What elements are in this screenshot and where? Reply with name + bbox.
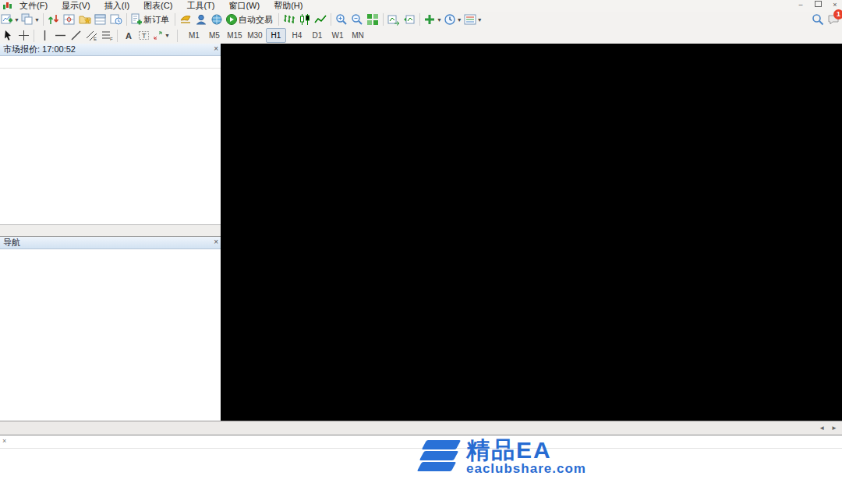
autotrading-button[interactable]: 自动交易 bbox=[225, 12, 275, 26]
strategy-tester-button[interactable] bbox=[109, 12, 123, 26]
menu-item-4[interactable]: 工具(T) bbox=[179, 1, 221, 10]
zoom-out-icon bbox=[351, 13, 363, 26]
minimize-button[interactable]: – bbox=[795, 1, 806, 9]
text-label-tool-button[interactable]: T bbox=[136, 29, 150, 43]
chevron-down-icon[interactable]: ▼ bbox=[477, 17, 483, 23]
timeframe-m5[interactable]: M5 bbox=[205, 29, 224, 42]
text-tool-button[interactable]: A bbox=[121, 29, 135, 43]
timeframe-m1[interactable]: M1 bbox=[185, 29, 203, 42]
zoom-in-button[interactable] bbox=[334, 12, 348, 26]
arrows-icon bbox=[152, 30, 164, 41]
periods-icon bbox=[444, 13, 456, 26]
indicators-icon bbox=[423, 13, 436, 26]
chevron-down-icon[interactable]: ▼ bbox=[437, 17, 442, 23]
arrows-tool-button[interactable]: ▼ bbox=[152, 29, 170, 43]
timeframe-w1[interactable]: W1 bbox=[328, 29, 347, 42]
chart-shift-button[interactable] bbox=[402, 12, 416, 26]
autotrading-label: 自动交易 bbox=[238, 14, 275, 26]
toolbar-separator bbox=[278, 13, 279, 26]
chart-shift-icon bbox=[403, 13, 416, 26]
chart-line-button[interactable] bbox=[313, 12, 327, 26]
tab-scroll-left-icon[interactable]: ◄ bbox=[815, 425, 828, 432]
hline-tool-button[interactable] bbox=[53, 29, 67, 43]
toolbar-standard: ▼▼新订单自动交易▼▼▼ bbox=[0, 12, 842, 28]
terminal-toggle-icon bbox=[94, 13, 107, 26]
toolbar-separator bbox=[419, 13, 420, 26]
timeframe-d1[interactable]: D1 bbox=[308, 29, 327, 42]
trendline-icon bbox=[70, 30, 82, 41]
mql5-button[interactable] bbox=[210, 12, 224, 26]
timeframe-m30[interactable]: M30 bbox=[246, 29, 264, 42]
metaeditor-icon bbox=[179, 13, 192, 26]
text-label-icon: T bbox=[138, 30, 150, 41]
chart-line-icon bbox=[314, 13, 327, 26]
tab-scroll-right-icon[interactable]: ► bbox=[828, 425, 840, 432]
cursor-tool-button[interactable] bbox=[1, 29, 15, 43]
mql5-icon bbox=[210, 13, 223, 26]
toolbar-separator bbox=[383, 13, 384, 26]
menu-item-5[interactable]: 窗口(W) bbox=[221, 1, 267, 10]
notification-badge: 1 bbox=[833, 9, 842, 19]
fibonacci-tool-button[interactable]: F bbox=[100, 29, 114, 43]
trendline-tool-button[interactable] bbox=[69, 29, 83, 43]
profiles-button[interactable]: ▼ bbox=[21, 12, 40, 26]
chevron-down-icon[interactable]: ▼ bbox=[457, 17, 462, 23]
chart-window[interactable] bbox=[221, 44, 842, 421]
market-watch-close-icon[interactable]: × bbox=[214, 44, 218, 54]
navigator-title: 导航 bbox=[0, 237, 221, 249]
search-icon bbox=[812, 13, 824, 26]
menu-item-3[interactable]: 图表(C) bbox=[136, 1, 179, 10]
chart-candles-icon bbox=[299, 13, 311, 26]
auto-scroll-button[interactable] bbox=[387, 12, 401, 26]
terminal-panel: × bbox=[0, 435, 842, 504]
timeframe-mn[interactable]: MN bbox=[348, 29, 367, 42]
chart-bars-button[interactable] bbox=[282, 12, 296, 26]
chart-candles-button[interactable] bbox=[298, 12, 312, 26]
indicators-button[interactable]: ▼ bbox=[423, 12, 442, 26]
community-button[interactable] bbox=[194, 12, 208, 26]
terminal-toggle-button[interactable] bbox=[94, 12, 108, 26]
window-controls: –× bbox=[795, 1, 840, 9]
strategy-tester-icon bbox=[110, 13, 122, 26]
market-watch-toggle-button[interactable] bbox=[47, 12, 61, 26]
zoom-out-button[interactable] bbox=[350, 12, 364, 26]
menu-item-1[interactable]: 显示(V) bbox=[55, 1, 97, 10]
navigator-panel: 导航 × bbox=[0, 236, 221, 421]
menu-item-0[interactable]: 文件(F) bbox=[12, 1, 55, 10]
data-window-button[interactable] bbox=[62, 12, 76, 26]
menu-bar: 文件(F)显示(V)插入(I)图表(C)工具(T)窗口(W)帮助(H) –× bbox=[0, 0, 842, 12]
periods-button[interactable]: ▼ bbox=[444, 12, 462, 26]
close-button[interactable]: × bbox=[830, 1, 840, 9]
timeframe-m15[interactable]: M15 bbox=[225, 29, 244, 42]
templates-button[interactable]: ▼ bbox=[464, 12, 483, 26]
hline-icon bbox=[55, 30, 66, 41]
channel-tool-button[interactable]: E bbox=[84, 29, 98, 43]
toolbar-separator bbox=[34, 30, 34, 42]
restore-button[interactable] bbox=[812, 1, 823, 9]
tile-windows-button[interactable] bbox=[366, 12, 380, 26]
new-chart-button[interactable]: ▼ bbox=[1, 12, 19, 26]
chevron-down-icon[interactable]: ▼ bbox=[14, 17, 19, 23]
vline-tool-button[interactable] bbox=[37, 29, 51, 43]
toolbar-drawing-timeframes: EFAT▼M1M5M15M30H1H4D1W1MN bbox=[0, 27, 842, 44]
market-watch-toggle-icon bbox=[48, 13, 60, 26]
chevron-down-icon[interactable]: ▼ bbox=[34, 17, 40, 23]
data-window-icon bbox=[63, 13, 76, 26]
menu-item-2[interactable]: 插入(I) bbox=[97, 1, 136, 10]
svg-text:E: E bbox=[94, 37, 97, 41]
timeframe-h1[interactable]: H1 bbox=[266, 28, 286, 43]
navigator-close-icon[interactable]: × bbox=[214, 238, 218, 247]
search-button[interactable] bbox=[811, 12, 825, 26]
navigator-toggle-button[interactable] bbox=[78, 12, 92, 26]
metaeditor-button[interactable] bbox=[179, 12, 193, 26]
crosshair-tool-button[interactable] bbox=[16, 29, 30, 43]
vline-icon bbox=[39, 30, 51, 41]
new-order-button[interactable]: 新订单 bbox=[130, 12, 172, 26]
timeframe-h4[interactable]: H4 bbox=[288, 29, 306, 42]
menu-item-6[interactable]: 帮助(H) bbox=[267, 1, 310, 10]
svg-text:F: F bbox=[110, 37, 113, 41]
new-order-icon bbox=[130, 13, 143, 26]
crosshair-icon bbox=[18, 30, 30, 41]
notifications-button[interactable]: 1 bbox=[826, 12, 840, 26]
chevron-down-icon[interactable]: ▼ bbox=[165, 33, 170, 38]
